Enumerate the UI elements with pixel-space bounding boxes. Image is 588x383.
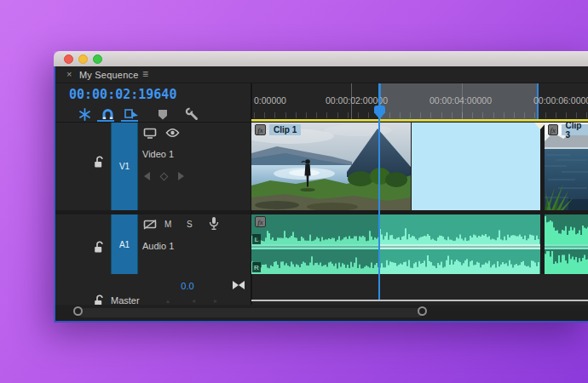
next-keyframe-icon[interactable] bbox=[178, 172, 184, 180]
video-sync-lock-toggle[interactable] bbox=[141, 126, 159, 140]
marker-icon bbox=[158, 109, 168, 120]
fx-badge-icon: fx bbox=[548, 124, 558, 135]
video-track-name[interactable]: Video 1 bbox=[142, 149, 174, 159]
microphone-icon bbox=[209, 216, 219, 231]
linked-selection-button[interactable] bbox=[123, 107, 140, 121]
ruler-label: 00:00:04:00000 bbox=[429, 95, 492, 106]
magnet-icon bbox=[101, 108, 114, 120]
video-track-output-toggle[interactable] bbox=[164, 126, 181, 140]
clip1-thumbnail[interactable] bbox=[251, 123, 411, 210]
fx-badge-icon: fx bbox=[255, 124, 266, 135]
eye-icon bbox=[165, 128, 180, 138]
zoom-window-button[interactable] bbox=[93, 54, 102, 64]
unlock-icon bbox=[93, 241, 105, 254]
mute-track-button[interactable]: M bbox=[164, 220, 171, 229]
audio-sync-lock-toggle[interactable] bbox=[141, 218, 159, 232]
timeline-bottom-edge bbox=[251, 300, 588, 301]
master-control-icon[interactable]: ▸ bbox=[214, 297, 217, 305]
window-titlebar[interactable] bbox=[54, 51, 588, 66]
linked-selection-icon bbox=[124, 108, 139, 120]
channel-right-label: R bbox=[252, 262, 261, 272]
monitor-crossed-icon bbox=[143, 220, 157, 231]
timeline-settings-button[interactable] bbox=[183, 107, 200, 121]
master-control-icon[interactable]: ▴ bbox=[166, 297, 170, 305]
minimize-window-button[interactable] bbox=[78, 54, 88, 64]
playhead-timecode[interactable]: 00:00:02:19640 bbox=[69, 87, 176, 102]
snap-toggle-button[interactable] bbox=[99, 107, 116, 121]
add-marker-button[interactable] bbox=[154, 107, 171, 121]
video-track-lane[interactable]: fx Clip 1 fx Clip 3 bbox=[251, 123, 588, 210]
timeline-panel: × My Sequence ≡ 00:00:02:19640 bbox=[54, 66, 588, 323]
video-track-target-v1[interactable]: V1 bbox=[111, 123, 138, 210]
clip1-label[interactable]: fx Clip 1 bbox=[255, 124, 301, 135]
fx-badge-icon: fx bbox=[255, 216, 266, 227]
audio-track-volume-value[interactable]: 0.0 bbox=[173, 281, 202, 291]
audio-track-target-a1[interactable]: A1 bbox=[111, 214, 138, 274]
ruler-label: 0:00000 bbox=[254, 95, 286, 106]
close-panel-icon[interactable]: × bbox=[66, 69, 72, 79]
video-track-lock-toggle[interactable] bbox=[93, 156, 105, 169]
work-area-bar[interactable] bbox=[251, 119, 588, 122]
clip-name: Clip 1 bbox=[269, 124, 301, 135]
monitor-icon bbox=[143, 128, 157, 139]
audio-keyframe-navigator[interactable] bbox=[233, 281, 245, 289]
time-ruler[interactable]: 0:00000 00:00:02:00000 00:00:04:00000 00… bbox=[251, 83, 588, 119]
add-keyframe-icon[interactable] bbox=[160, 172, 169, 180]
selected-clip-segment[interactable] bbox=[412, 123, 540, 210]
close-window-button[interactable] bbox=[64, 54, 73, 64]
tab-my-sequence[interactable]: My Sequence bbox=[79, 70, 138, 80]
solo-track-button[interactable]: S bbox=[187, 220, 193, 229]
wrench-icon bbox=[185, 107, 199, 121]
zoom-handle-right[interactable] bbox=[418, 306, 427, 316]
premiere-timeline-window: × My Sequence ≡ 00:00:02:19640 bbox=[54, 51, 588, 323]
ruler-label: 00:00:06:00000 bbox=[533, 95, 588, 106]
audio-waveform[interactable] bbox=[251, 214, 588, 274]
video-keyframe-navigator[interactable] bbox=[144, 172, 184, 180]
master-control-icon[interactable]: ◂ bbox=[192, 297, 195, 305]
clip3-label[interactable]: fx Clip 3 bbox=[548, 124, 588, 135]
unlock-icon bbox=[93, 156, 105, 169]
panel-tab-bar: × My Sequence ≡ bbox=[55, 66, 588, 83]
keyframe-right-icon bbox=[239, 281, 245, 289]
clip-name: Clip 3 bbox=[562, 124, 588, 135]
nest-toggle-button[interactable] bbox=[76, 107, 93, 121]
audio-track-name[interactable]: Audio 1 bbox=[142, 241, 174, 251]
playhead-line[interactable] bbox=[378, 83, 380, 301]
channel-left-label: L bbox=[252, 234, 261, 244]
timeline-zoom-scrollbar[interactable] bbox=[55, 305, 588, 321]
header-divider bbox=[55, 122, 251, 123]
panel-menu-icon[interactable]: ≡ bbox=[142, 68, 148, 80]
zoom-handle-left[interactable] bbox=[73, 306, 83, 316]
nest-icon bbox=[78, 108, 91, 121]
audio-clip-label[interactable]: fx bbox=[255, 216, 266, 227]
audio-track-lock-toggle[interactable] bbox=[93, 241, 105, 254]
desktop-background: × My Sequence ≡ 00:00:02:19640 bbox=[0, 0, 588, 383]
audio-track-lane[interactable]: fx L R bbox=[251, 214, 588, 274]
scrollbar-range[interactable] bbox=[78, 308, 423, 317]
previous-keyframe-icon[interactable] bbox=[144, 172, 150, 180]
voiceover-record-button[interactable] bbox=[205, 216, 222, 230]
keyframe-left-icon bbox=[233, 281, 239, 289]
